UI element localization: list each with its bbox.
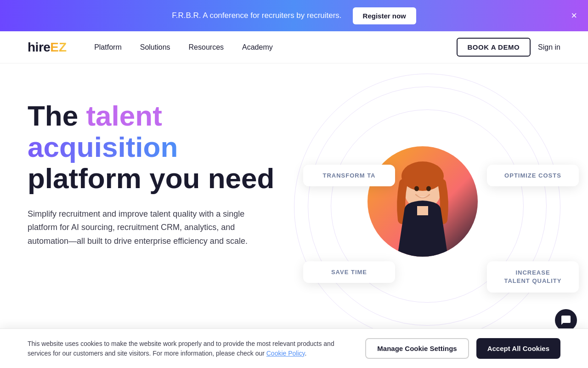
logo[interactable]: hire EZ (28, 40, 67, 55)
nav-academy[interactable]: Academy (242, 43, 273, 52)
hero-illustration: TRANSFORM TA OPTIMIZE COSTS SAVE TIME IN… (294, 91, 560, 368)
cookie-text: This website uses cookies to make the we… (28, 339, 347, 358)
nav-actions: BOOK A DEMO Sign in (457, 38, 560, 57)
nav-solutions[interactable]: Solutions (140, 43, 170, 52)
nav-platform[interactable]: Platform (94, 43, 122, 52)
accept-cookies-button[interactable]: Accept All Cookies (476, 338, 560, 359)
register-now-button[interactable]: Register now (353, 7, 416, 24)
chat-icon (560, 315, 571, 326)
announcement-banner: F.R.B.R. A conference for recruiters by … (0, 0, 588, 31)
cookie-text-part2: . (305, 350, 307, 357)
card-transform-label: TRANSFORM TA (316, 172, 382, 179)
feature-card-optimize-costs: OPTIMIZE COSTS (487, 165, 579, 186)
svg-point-4 (426, 186, 431, 191)
logo-hire-text: hire (28, 40, 50, 55)
hero-heading: The talent acquisition platform you need (28, 100, 294, 195)
feature-card-increase-quality: INCREASETALENT QUALITY (487, 261, 579, 293)
hero-section: The talent acquisition platform you need… (0, 63, 588, 368)
sign-in-link[interactable]: Sign in (538, 43, 560, 52)
heading-the: The (28, 100, 86, 132)
feature-card-save-time: SAVE TIME (303, 261, 395, 283)
feature-card-transform-ta: TRANSFORM TA (303, 165, 395, 186)
banner-text: F.R.B.R. A conference for recruiters by … (172, 11, 341, 20)
card-optimize-label: OPTIMIZE COSTS (500, 172, 566, 179)
svg-rect-2 (417, 206, 428, 215)
card-save-label: SAVE TIME (316, 269, 382, 276)
manage-cookies-button[interactable]: Manage Cookie Settings (365, 338, 469, 359)
navbar: hire EZ Platform Solutions Resources Aca… (0, 31, 588, 63)
hero-content: The talent acquisition platform you need… (28, 91, 294, 248)
svg-point-3 (414, 186, 419, 191)
nav-resources[interactable]: Resources (189, 43, 224, 52)
book-demo-button[interactable]: BOOK A DEMO (457, 38, 531, 57)
person-image (368, 146, 478, 257)
nav-links: Platform Solutions Resources Academy (94, 43, 456, 52)
hero-subtext: Simplify recruitment and improve talent … (28, 207, 276, 248)
cookie-actions: Manage Cookie Settings Accept All Cookie… (365, 338, 560, 359)
chat-bubble-button[interactable] (555, 309, 577, 331)
logo-ez-text: EZ (50, 40, 67, 55)
cookie-policy-link[interactable]: Cookie Policy (266, 350, 305, 357)
heading-talent: talent (86, 100, 162, 132)
orbit-graphic: TRANSFORM TA OPTIMIZE COSTS SAVE TIME IN… (294, 82, 579, 367)
card-increase-label: INCREASETALENT QUALITY (500, 269, 566, 285)
heading-platform: platform you need (28, 162, 274, 194)
heading-acquisition: acquisition (28, 131, 178, 163)
cookie-banner: This website uses cookies to make the we… (0, 328, 588, 368)
banner-close-button[interactable]: × (571, 10, 577, 22)
